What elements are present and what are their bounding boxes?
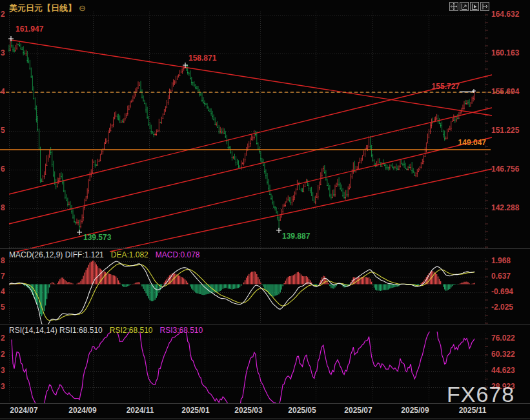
macd-dea-value: DEA:1.082 (111, 250, 148, 259)
macd-title: MACD(26,12,9) DIFF:1.121 (9, 250, 104, 259)
watermark: FX678 (447, 382, 515, 407)
go-to-latest-button[interactable] (480, 2, 489, 11)
move-crosshair-button[interactable] (449, 2, 458, 11)
chart-window: 美元日元【日线】⊖ MACD(26,12,9) DIFF:1.121DEA:1.… (0, 0, 530, 420)
fit-y-axis-icon (460, 3, 468, 10)
rsi-header: RSI(14,14,14) RSI1:68.510RSI2:68.510RSI3… (9, 326, 203, 335)
macd-header: MACD(26,12,9) DIFF:1.121DEA:1.082MACD:0.… (9, 250, 200, 259)
macd-macd-value: MACD:0.078 (156, 250, 200, 259)
fit-y-axis-button[interactable] (460, 2, 469, 11)
collapse-icon[interactable]: ⊖ (79, 3, 86, 13)
move-crosshair-icon (450, 3, 458, 10)
symbol-title: 美元日元【日线】 (9, 3, 76, 13)
title-bar: 美元日元【日线】⊖ (9, 3, 86, 14)
rsi2-value: RSI2:68.510 (110, 326, 153, 335)
go-to-latest-icon (481, 3, 489, 10)
fit-x-axis-icon (471, 3, 478, 10)
fit-x-axis-button[interactable] (470, 2, 479, 11)
rsi-title: RSI(14,14,14) RSI1:68.510 (9, 326, 103, 335)
rsi3-value: RSI3:68.510 (160, 326, 203, 335)
